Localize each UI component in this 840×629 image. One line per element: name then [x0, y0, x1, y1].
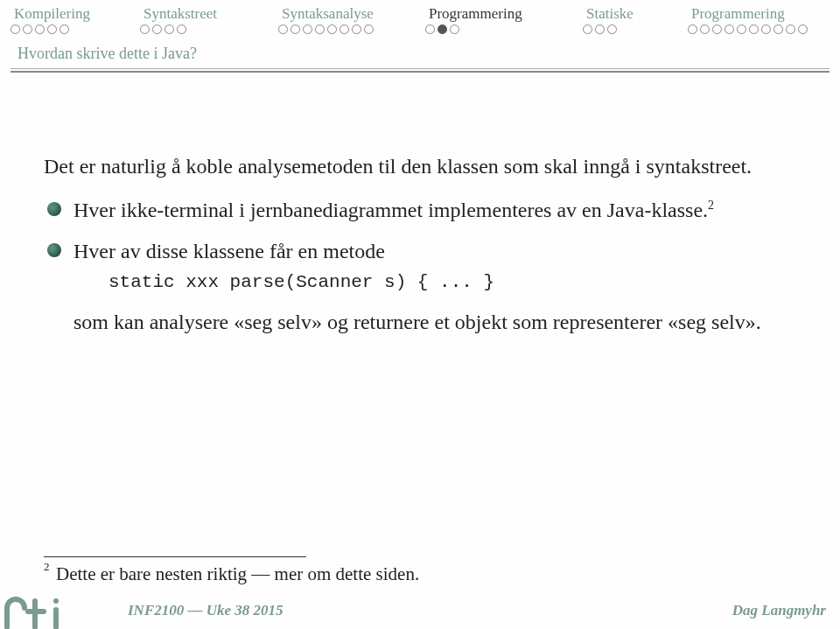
- progress-dot[interactable]: [607, 24, 617, 34]
- author-label: Dag Langmyhr: [732, 602, 840, 619]
- nav-item-statiske[interactable]: Statiske: [583, 5, 688, 23]
- progress-group-0: [10, 24, 140, 34]
- nav-item-kompilering[interactable]: Kompilering: [10, 5, 140, 23]
- progress-group-3: [425, 24, 583, 34]
- bullet-2-after: som kan analysere «seg selv» og returner…: [44, 308, 796, 336]
- progress-dot[interactable]: [450, 24, 459, 34]
- progress-dot[interactable]: [303, 24, 312, 34]
- progress-dot[interactable]: [761, 24, 771, 34]
- slide-subtitle: Hvordan skrive dette i Java?: [0, 38, 840, 68]
- footer: INF2100 — Uke 38 2015 Dag Langmyhr: [0, 592, 840, 629]
- nav-item-syntaksanalyse[interactable]: Syntaksanalyse: [278, 5, 425, 23]
- footnote-rule: [44, 556, 306, 557]
- progress-dot[interactable]: [152, 24, 162, 34]
- progress-dot[interactable]: [278, 24, 288, 34]
- nav-item-syntakstreet[interactable]: Syntakstreet: [140, 5, 278, 23]
- progress-dot[interactable]: [595, 24, 605, 34]
- progress-dot[interactable]: [364, 24, 374, 34]
- progress-dot[interactable]: [290, 24, 300, 34]
- progress-dot[interactable]: [425, 24, 435, 34]
- intro-paragraph: Det er naturlig å koble analysemetoden t…: [44, 152, 796, 180]
- progress-group-4: [583, 24, 688, 34]
- bullet-2-text: Hver av disse klassene får en metode: [74, 240, 385, 262]
- footnote: 2 Dette er bare nesten riktig — mer om d…: [56, 563, 419, 585]
- progress-dot[interactable]: [327, 24, 337, 34]
- nav-sections: Kompilering Syntakstreet Syntaksanalyse …: [0, 0, 840, 23]
- progress-dot[interactable]: [724, 24, 734, 34]
- bullet-1-superscript: 2: [708, 199, 714, 212]
- ifi-logo: [0, 592, 122, 629]
- header-rule: [10, 68, 830, 73]
- footnote-number: 2: [44, 560, 50, 574]
- course-label: INF2100 — Uke 38 2015: [122, 602, 732, 619]
- progress-dot[interactable]: [47, 24, 57, 34]
- progress-dot[interactable]: [177, 24, 186, 34]
- progress-dot[interactable]: [60, 24, 69, 34]
- footnote-text: Dette er bare nesten riktig — mer om det…: [56, 563, 419, 584]
- progress-group-2: [278, 24, 425, 34]
- progress-dot[interactable]: [688, 24, 697, 34]
- progress-dot[interactable]: [798, 24, 808, 34]
- progress-dot[interactable]: [700, 24, 710, 34]
- svg-point-0: [53, 598, 59, 604]
- bullet-2: Hver av disse klassene får en metode sta…: [44, 237, 796, 296]
- progress-dot[interactable]: [583, 24, 592, 34]
- progress-dot[interactable]: [352, 24, 361, 34]
- progress-dot[interactable]: [749, 24, 759, 34]
- progress-dot[interactable]: [23, 24, 32, 34]
- progress-dot[interactable]: [340, 24, 349, 34]
- progress-indicators: [0, 23, 840, 38]
- progress-dot[interactable]: [140, 24, 150, 34]
- progress-dot[interactable]: [774, 24, 783, 34]
- progress-group-1: [140, 24, 278, 34]
- progress-group-5: [688, 24, 810, 34]
- nav-item-programmering-2[interactable]: Programmering: [688, 5, 810, 23]
- slide-content: Det er naturlig å koble analysemetoden t…: [0, 73, 840, 336]
- bullet-2-code: static xxx parse(Scanner s) { ... }: [74, 270, 796, 295]
- progress-dot[interactable]: [35, 24, 45, 34]
- progress-dot[interactable]: [10, 24, 20, 34]
- progress-dot[interactable]: [164, 24, 174, 34]
- bullet-1-text: Hver ikke-terminal i jernbanediagrammet …: [74, 199, 708, 221]
- progress-dot[interactable]: [786, 24, 795, 34]
- nav-item-programmering-1[interactable]: Programmering: [425, 5, 583, 23]
- bullet-1: Hver ikke-terminal i jernbanediagrammet …: [44, 196, 796, 224]
- progress-dot[interactable]: [315, 24, 325, 34]
- progress-dot[interactable]: [737, 24, 746, 34]
- progress-dot[interactable]: [712, 24, 722, 34]
- progress-dot[interactable]: [438, 24, 447, 34]
